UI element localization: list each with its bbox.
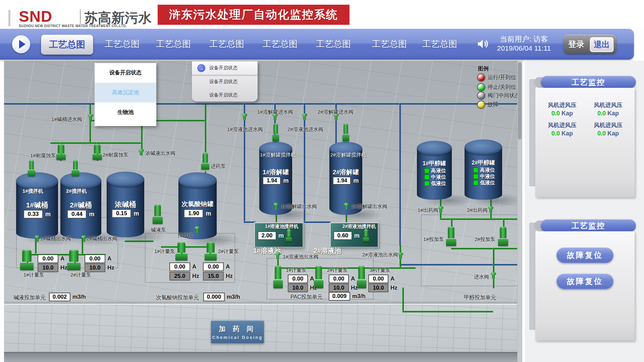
current-unit: A [60,255,64,262]
mixer2-pump-icon[interactable] [72,160,79,177]
tank-cap [60,172,101,189]
nav-tab-overview-8[interactable]: 工艺总图 [413,38,467,50]
tank-methanol1[interactable]: 1#甲醇罐 高液位 中液位 低液位 [417,141,452,200]
tank-name: 次氯酸钠罐 [178,200,217,208]
tank-cap [178,172,217,188]
dosing-pac-flow: 0.009 m3/h [329,292,366,301]
label-dissolve2-mixer: 2#溶解罐搅拌机 [330,152,366,158]
meter-alkali-pump2-current: 0.00 A [85,254,111,263]
dose-valve1-icon[interactable] [438,206,443,214]
freq-value[interactable]: 10.0 [38,263,58,272]
freq-unit: Hz [60,264,67,271]
tank-level-value: 1.94 [333,177,351,185]
menu-item-sedimentation[interactable]: 高效沉淀池 [95,83,156,103]
pool1-inlet-valve-icon[interactable] [242,113,247,121]
pool2-inlet-valve-icon[interactable] [302,113,307,121]
fault-reset-button-1[interactable]: 故障复位 [556,247,613,263]
menu-item-device-status-2[interactable]: 设备开启状态 [192,75,258,88]
system-title: 浒东污水处理厂自动化监控系统 [169,7,338,22]
freq-value[interactable]: 10.0 [368,284,388,292]
play-icon [19,40,25,49]
nav-tab-overview-4[interactable]: 工艺总图 [200,38,254,50]
menu-item-device-status[interactable]: 设备开启状态 [95,63,156,83]
play-button[interactable] [12,35,30,53]
alkali-pump-icon[interactable] [153,204,163,225]
freq-value[interactable]: 10.0 [85,263,105,272]
pipe-segment [493,248,494,288]
water-inlet-valve-icon[interactable] [491,272,496,280]
menu-item-bio-pool[interactable]: 生物池 [95,103,156,122]
label-drain-valve: 排放阀 [178,232,193,239]
tank-alkali2[interactable]: 2#碱桶 0.44 m [60,172,101,239]
flow-value: 0.002 [49,293,70,301]
anticorrosion-pump2-icon[interactable] [93,144,102,161]
pool-level-row: 2.00 m [258,231,284,240]
logout-button[interactable]: 退出 [590,37,614,52]
freq-value[interactable]: 15.0 [203,272,224,281]
pac-meter-pump1-icon[interactable] [273,266,283,290]
canvas-scrollbar[interactable] [517,61,522,362]
pool-mixer-pump-icon[interactable] [286,229,292,243]
dissolve1-outlet-valve-icon[interactable] [273,203,279,210]
naclo-meter-pump2-icon[interactable] [205,242,217,261]
tank-level-row: 0.15 m [107,209,144,218]
drain-valve-icon[interactable] [195,226,200,234]
current-unit: A [192,263,196,270]
alkali2-outlet-valve-icon[interactable] [81,235,87,243]
nav-tab-overview-3[interactable]: 工艺总图 [147,38,200,50]
meter-naclo-pump2-freq: 15.0 Hz [203,272,233,281]
speaker-icon[interactable] [476,38,489,50]
dissolve2-outlet-valve-icon[interactable] [344,203,349,210]
nav-tab-overview-2[interactable]: 工艺总图 [95,38,149,50]
dissolve2-mixer-pump-icon[interactable] [342,123,349,143]
alkali-meter-pump2-icon[interactable] [67,250,80,271]
dissolve1-mixer-pump-icon[interactable] [272,123,279,143]
legend-item-valve-mid: 阀门中间状态 [477,92,520,100]
menu-item-device-status-3[interactable]: 设备开启状态 [192,88,258,102]
dose-pump2-icon[interactable] [498,227,508,247]
dose-valve2-icon[interactable] [488,206,493,214]
freq-value[interactable]: 10.0 [329,284,349,292]
freq-value[interactable]: 10.0 [288,284,308,292]
pool-mixer-pump-icon[interactable] [363,229,369,243]
nav-tab-overview-5[interactable]: 工艺总图 [253,38,307,50]
current-unit: A [107,255,111,262]
level-indicator-low: 低液位 [473,180,495,186]
feed-pump-icon[interactable] [201,153,209,171]
pool1-outlet-valve-icon[interactable] [275,252,280,260]
mixer1-pump-icon[interactable] [28,160,35,177]
pipe-segment [304,222,331,223]
datetime-label: 2019/06/04 11:11 [490,44,557,53]
current-unit: A [310,276,314,282]
pac-meter-pump3-icon[interactable] [357,266,366,290]
nav-tab-overview-active[interactable]: 工艺总图 [41,35,93,55]
level-indicator-mid: 中液位 [424,174,446,180]
alkali1-inlet-valve-icon[interactable] [88,114,93,121]
pool-solution2[interactable]: 2#溶液池搅拌机 0.60 m [330,222,379,248]
tank-level-unit: m [133,210,139,217]
nav-tab-overview-6[interactable]: 工艺总图 [307,38,360,50]
pool2-outlet-valve-icon[interactable] [398,252,403,260]
nav-tab-overview-7[interactable]: 工艺总图 [363,38,416,50]
pool-solution1[interactable]: 1#溶液池搅拌机 2.00 m [254,222,304,248]
meter-pac-pump1-current: 0.00 A [288,275,314,283]
scrollbar-thumb[interactable] [518,62,522,139]
freq-value[interactable]: 25.0 [169,272,190,281]
dose-pump1-icon[interactable] [446,227,456,247]
naclo-meter-pump1-icon[interactable] [175,242,187,261]
tank-level-value: 1.94 [263,177,281,185]
alkali1-outlet-valve-icon[interactable] [35,235,40,243]
menu-item-device-status-selected[interactable]: → 设备开启状态 [192,61,258,75]
tank-alkali-concentrated[interactable]: 浓碱桶 0.15 m [107,172,144,237]
pipe-segment [399,264,522,265]
login-button[interactable]: 登录 [568,39,584,50]
tank-level-unit: m [283,177,288,184]
tank-alkali1[interactable]: 1#碱桶 0.33 m [16,172,58,239]
fault-reset-button-2[interactable]: 故障复位 [556,274,613,289]
legend-item-stopped: 停止/关到位 [477,83,516,92]
alkali-meter-pump1-icon[interactable] [20,250,34,271]
conc-alkali-outlet-valve-icon[interactable] [139,149,144,156]
tank-methanol2[interactable]: 2#甲醇罐 高液位 中液位 低液位 [465,139,502,200]
label-anticorrosion-pump1: 1#耐腐蚀泵 [30,153,56,159]
anticorrosion-pump1-icon[interactable] [56,144,66,161]
